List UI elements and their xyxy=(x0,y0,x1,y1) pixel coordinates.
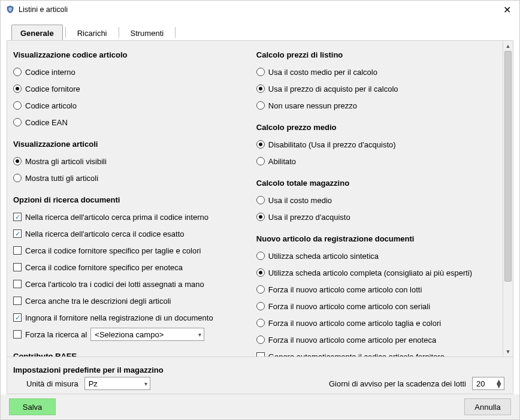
group-vis-code: Visualizzazione codice articolo xyxy=(13,50,246,59)
spinner-giorni-lotti[interactable]: 20 ▲▼ xyxy=(472,377,504,390)
radio-mag-costo-medio[interactable] xyxy=(256,196,265,204)
combo-unita-misura-value: Pz xyxy=(89,379,98,388)
group-tot-magazzino: Calcolo totale magazzino xyxy=(256,179,500,188)
tab-ricarichi[interactable]: Ricarichi xyxy=(68,25,116,40)
chevron-down-icon: ▾ xyxy=(198,331,201,338)
check-codici-lotti[interactable] xyxy=(13,280,22,288)
window-title: Listini e articoli xyxy=(19,5,500,14)
check-forza-ricerca[interactable] xyxy=(13,330,22,339)
radio-codice-articolo[interactable] xyxy=(13,101,22,110)
group-nuovo-articolo: Nuovo articolo da registrazione document… xyxy=(256,234,500,243)
radio-listino-prezzo-acquisto[interactable] xyxy=(256,84,265,93)
spinner-giorni-lotti-value: 20 xyxy=(476,379,485,388)
cancel-button[interactable]: Annulla xyxy=(464,398,511,415)
group-ricerca: Opzioni di ricerca documenti xyxy=(13,195,246,204)
group-raee: Contributo RAEE xyxy=(13,352,246,356)
radio-forza-seriali[interactable] xyxy=(256,302,265,310)
radio-articoli-tutti[interactable] xyxy=(13,174,22,182)
radio-articoli-visibili[interactable] xyxy=(13,157,22,165)
radio-medio-abilitato[interactable] xyxy=(256,157,265,165)
vertical-scrollbar[interactable]: ▲ ▼ xyxy=(503,41,513,356)
radio-medio-disabilitato[interactable] xyxy=(256,140,265,149)
radio-scheda-completa[interactable] xyxy=(256,268,265,277)
close-icon[interactable]: ✕ xyxy=(500,4,515,16)
footer: Salva Annulla xyxy=(1,394,519,419)
right-column: Calcolo prezzi di listino Usa il costo m… xyxy=(256,47,500,354)
check-descrizioni[interactable] xyxy=(13,297,22,305)
group-prezzo-medio: Calcolo prezzo medio xyxy=(256,123,500,132)
left-column: Visualizzazione codice articolo Codice i… xyxy=(13,47,246,354)
save-button[interactable]: Salva xyxy=(9,398,56,415)
check-fornitore-taglie[interactable] xyxy=(13,246,22,255)
group-listino: Calcolo prezzi di listino xyxy=(256,50,500,59)
shield-icon xyxy=(5,5,15,14)
scroll-up-icon[interactable]: ▲ xyxy=(503,41,513,51)
group-vis-art: Visualizzazione articoli xyxy=(13,140,246,149)
check-fornitore-enoteca[interactable] xyxy=(13,263,22,271)
radio-forza-lotti[interactable] xyxy=(256,285,265,294)
check-ricerca-codice-interno[interactable] xyxy=(13,213,22,221)
tabs: Generale Ricarichi Strumenti xyxy=(1,19,519,40)
tab-content: Visualizzazione codice articolo Codice i… xyxy=(7,40,513,357)
radio-mag-prezzo-acquisto[interactable] xyxy=(256,213,265,221)
tab-generale[interactable]: Generale xyxy=(11,25,63,40)
scrollbar-track[interactable] xyxy=(503,51,513,346)
radio-codice-ean[interactable] xyxy=(13,118,22,126)
radio-listino-costo-medio[interactable] xyxy=(256,68,265,76)
radio-scheda-sintetica[interactable] xyxy=(256,252,265,260)
spinner-down-icon[interactable]: ▼ xyxy=(495,383,503,388)
radio-forza-taglia-colori[interactable] xyxy=(256,319,265,327)
check-genera-codice-fornitore[interactable] xyxy=(256,352,265,356)
check-ricerca-codice-esatto[interactable] xyxy=(13,229,22,238)
combo-forza-ricerca-value: <Seleziona campo> xyxy=(95,330,164,339)
radio-codice-interno[interactable] xyxy=(13,68,22,76)
bottom-section: Impostazioni predefinte per il magazzino… xyxy=(7,357,513,394)
window-titlebar: Listini e articoli ✕ xyxy=(1,1,519,19)
scroll-down-icon[interactable]: ▼ xyxy=(503,346,513,356)
tab-strumenti[interactable]: Strumenti xyxy=(122,25,173,40)
combo-forza-ricerca[interactable]: <Seleziona campo> ▾ xyxy=(90,328,204,341)
lotti-label: Giorni di avviso per la scadenza dei lot… xyxy=(329,379,466,388)
scrollbar-thumb[interactable] xyxy=(504,51,512,282)
radio-forza-enoteca[interactable] xyxy=(256,336,265,344)
group-magazzino-defaults: Impostazioni predefinte per il magazzino xyxy=(13,365,510,374)
radio-codice-fornitore[interactable] xyxy=(13,84,22,93)
radio-listino-nessun-prezzo[interactable] xyxy=(256,101,265,110)
combo-unita-misura[interactable]: Pz ▾ xyxy=(84,377,150,390)
um-label: Unità di misura xyxy=(26,379,78,388)
check-ignora-fornitore[interactable] xyxy=(13,313,22,322)
chevron-down-icon: ▾ xyxy=(144,380,147,387)
settings-window: Listini e articoli ✕ Generale Ricarichi … xyxy=(0,0,520,420)
